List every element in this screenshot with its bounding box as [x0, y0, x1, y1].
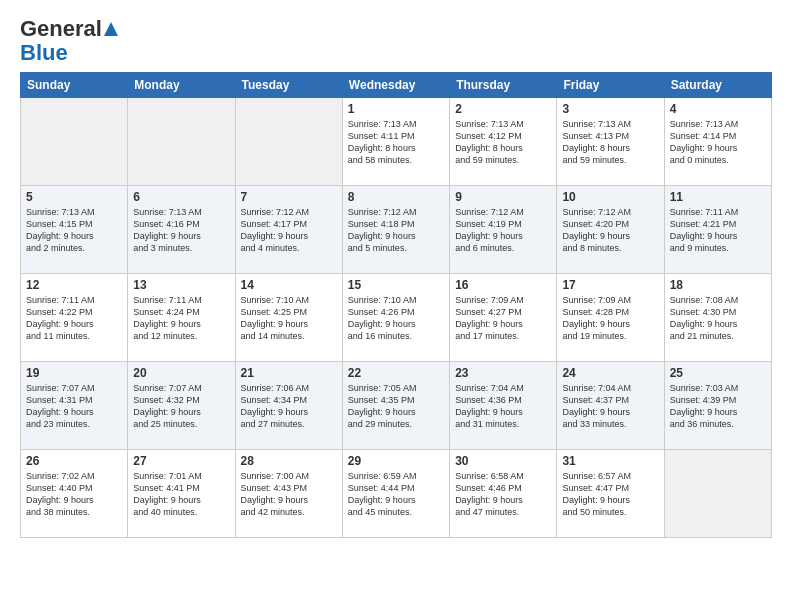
logo-triangle-icon — [103, 21, 119, 37]
day-number: 27 — [133, 454, 229, 468]
day-info: Sunrise: 7:04 AM Sunset: 4:36 PM Dayligh… — [455, 382, 551, 431]
day-cell: 8Sunrise: 7:12 AM Sunset: 4:18 PM Daylig… — [342, 186, 449, 274]
day-cell: 5Sunrise: 7:13 AM Sunset: 4:15 PM Daylig… — [21, 186, 128, 274]
col-header-friday: Friday — [557, 73, 664, 98]
week-row-1: 1Sunrise: 7:13 AM Sunset: 4:11 PM Daylig… — [21, 98, 772, 186]
day-number: 22 — [348, 366, 444, 380]
day-number: 15 — [348, 278, 444, 292]
logo-general-text: General — [20, 16, 102, 42]
day-info: Sunrise: 7:11 AM Sunset: 4:21 PM Dayligh… — [670, 206, 766, 255]
day-cell: 30Sunrise: 6:58 AM Sunset: 4:46 PM Dayli… — [450, 450, 557, 538]
calendar-header-row: SundayMondayTuesdayWednesdayThursdayFrid… — [21, 73, 772, 98]
day-cell: 16Sunrise: 7:09 AM Sunset: 4:27 PM Dayli… — [450, 274, 557, 362]
day-cell: 22Sunrise: 7:05 AM Sunset: 4:35 PM Dayli… — [342, 362, 449, 450]
day-info: Sunrise: 7:13 AM Sunset: 4:16 PM Dayligh… — [133, 206, 229, 255]
logo-blue-text: Blue — [20, 42, 68, 64]
day-info: Sunrise: 7:13 AM Sunset: 4:15 PM Dayligh… — [26, 206, 122, 255]
calendar-body: 1Sunrise: 7:13 AM Sunset: 4:11 PM Daylig… — [21, 98, 772, 538]
day-info: Sunrise: 6:59 AM Sunset: 4:44 PM Dayligh… — [348, 470, 444, 519]
day-cell — [235, 98, 342, 186]
day-cell — [664, 450, 771, 538]
day-number: 2 — [455, 102, 551, 116]
day-number: 10 — [562, 190, 658, 204]
day-number: 16 — [455, 278, 551, 292]
day-info: Sunrise: 7:12 AM Sunset: 4:20 PM Dayligh… — [562, 206, 658, 255]
day-number: 11 — [670, 190, 766, 204]
day-cell: 9Sunrise: 7:12 AM Sunset: 4:19 PM Daylig… — [450, 186, 557, 274]
day-cell: 3Sunrise: 7:13 AM Sunset: 4:13 PM Daylig… — [557, 98, 664, 186]
day-cell: 18Sunrise: 7:08 AM Sunset: 4:30 PM Dayli… — [664, 274, 771, 362]
day-number: 23 — [455, 366, 551, 380]
day-number: 26 — [26, 454, 122, 468]
day-cell: 1Sunrise: 7:13 AM Sunset: 4:11 PM Daylig… — [342, 98, 449, 186]
col-header-saturday: Saturday — [664, 73, 771, 98]
day-info: Sunrise: 7:06 AM Sunset: 4:34 PM Dayligh… — [241, 382, 337, 431]
day-number: 20 — [133, 366, 229, 380]
day-number: 17 — [562, 278, 658, 292]
day-info: Sunrise: 7:12 AM Sunset: 4:19 PM Dayligh… — [455, 206, 551, 255]
day-info: Sunrise: 7:13 AM Sunset: 4:12 PM Dayligh… — [455, 118, 551, 167]
day-cell: 14Sunrise: 7:10 AM Sunset: 4:25 PM Dayli… — [235, 274, 342, 362]
day-info: Sunrise: 6:57 AM Sunset: 4:47 PM Dayligh… — [562, 470, 658, 519]
day-number: 1 — [348, 102, 444, 116]
day-number: 9 — [455, 190, 551, 204]
week-row-3: 12Sunrise: 7:11 AM Sunset: 4:22 PM Dayli… — [21, 274, 772, 362]
day-cell: 2Sunrise: 7:13 AM Sunset: 4:12 PM Daylig… — [450, 98, 557, 186]
day-cell: 13Sunrise: 7:11 AM Sunset: 4:24 PM Dayli… — [128, 274, 235, 362]
day-cell: 19Sunrise: 7:07 AM Sunset: 4:31 PM Dayli… — [21, 362, 128, 450]
day-cell — [21, 98, 128, 186]
week-row-4: 19Sunrise: 7:07 AM Sunset: 4:31 PM Dayli… — [21, 362, 772, 450]
logo: General Blue — [20, 16, 120, 64]
header: General Blue — [20, 16, 772, 64]
day-info: Sunrise: 7:11 AM Sunset: 4:22 PM Dayligh… — [26, 294, 122, 343]
day-info: Sunrise: 7:13 AM Sunset: 4:13 PM Dayligh… — [562, 118, 658, 167]
day-info: Sunrise: 7:13 AM Sunset: 4:11 PM Dayligh… — [348, 118, 444, 167]
day-info: Sunrise: 7:02 AM Sunset: 4:40 PM Dayligh… — [26, 470, 122, 519]
day-number: 31 — [562, 454, 658, 468]
day-cell: 20Sunrise: 7:07 AM Sunset: 4:32 PM Dayli… — [128, 362, 235, 450]
day-number: 13 — [133, 278, 229, 292]
day-info: Sunrise: 7:07 AM Sunset: 4:32 PM Dayligh… — [133, 382, 229, 431]
day-cell: 15Sunrise: 7:10 AM Sunset: 4:26 PM Dayli… — [342, 274, 449, 362]
col-header-wednesday: Wednesday — [342, 73, 449, 98]
day-number: 29 — [348, 454, 444, 468]
day-info: Sunrise: 7:04 AM Sunset: 4:37 PM Dayligh… — [562, 382, 658, 431]
day-number: 24 — [562, 366, 658, 380]
day-cell: 27Sunrise: 7:01 AM Sunset: 4:41 PM Dayli… — [128, 450, 235, 538]
day-cell: 10Sunrise: 7:12 AM Sunset: 4:20 PM Dayli… — [557, 186, 664, 274]
day-info: Sunrise: 7:09 AM Sunset: 4:27 PM Dayligh… — [455, 294, 551, 343]
svg-marker-0 — [104, 22, 118, 36]
day-info: Sunrise: 7:12 AM Sunset: 4:17 PM Dayligh… — [241, 206, 337, 255]
col-header-sunday: Sunday — [21, 73, 128, 98]
week-row-5: 26Sunrise: 7:02 AM Sunset: 4:40 PM Dayli… — [21, 450, 772, 538]
day-info: Sunrise: 7:12 AM Sunset: 4:18 PM Dayligh… — [348, 206, 444, 255]
day-number: 14 — [241, 278, 337, 292]
day-info: Sunrise: 7:11 AM Sunset: 4:24 PM Dayligh… — [133, 294, 229, 343]
day-cell: 12Sunrise: 7:11 AM Sunset: 4:22 PM Dayli… — [21, 274, 128, 362]
day-number: 8 — [348, 190, 444, 204]
day-cell: 17Sunrise: 7:09 AM Sunset: 4:28 PM Dayli… — [557, 274, 664, 362]
day-number: 30 — [455, 454, 551, 468]
day-number: 19 — [26, 366, 122, 380]
day-info: Sunrise: 7:10 AM Sunset: 4:26 PM Dayligh… — [348, 294, 444, 343]
day-number: 25 — [670, 366, 766, 380]
day-info: Sunrise: 7:01 AM Sunset: 4:41 PM Dayligh… — [133, 470, 229, 519]
day-cell: 21Sunrise: 7:06 AM Sunset: 4:34 PM Dayli… — [235, 362, 342, 450]
day-cell: 31Sunrise: 6:57 AM Sunset: 4:47 PM Dayli… — [557, 450, 664, 538]
day-info: Sunrise: 7:07 AM Sunset: 4:31 PM Dayligh… — [26, 382, 122, 431]
day-number: 7 — [241, 190, 337, 204]
day-cell: 7Sunrise: 7:12 AM Sunset: 4:17 PM Daylig… — [235, 186, 342, 274]
col-header-thursday: Thursday — [450, 73, 557, 98]
page: General Blue SundayMondayTuesdayWednesda… — [0, 0, 792, 612]
day-cell: 24Sunrise: 7:04 AM Sunset: 4:37 PM Dayli… — [557, 362, 664, 450]
day-number: 12 — [26, 278, 122, 292]
day-number: 5 — [26, 190, 122, 204]
col-header-monday: Monday — [128, 73, 235, 98]
calendar-table: SundayMondayTuesdayWednesdayThursdayFrid… — [20, 72, 772, 538]
day-info: Sunrise: 7:13 AM Sunset: 4:14 PM Dayligh… — [670, 118, 766, 167]
day-number: 21 — [241, 366, 337, 380]
day-number: 18 — [670, 278, 766, 292]
day-cell: 29Sunrise: 6:59 AM Sunset: 4:44 PM Dayli… — [342, 450, 449, 538]
day-info: Sunrise: 6:58 AM Sunset: 4:46 PM Dayligh… — [455, 470, 551, 519]
day-number: 6 — [133, 190, 229, 204]
